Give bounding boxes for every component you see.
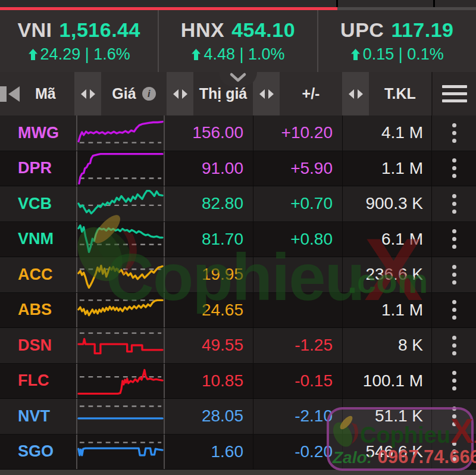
top-strip [0,0,476,7]
sparkline-chart [76,328,165,363]
column-header-gia[interactable]: Giá i [101,72,167,115]
row-menu-button[interactable] [431,115,476,151]
up-arrow-icon [28,48,38,61]
stock-table-body: MWG 156.00 +10.20 4.1 M DPR 91.00 +5.90 … [0,115,476,470]
row-menu-button[interactable] [431,186,476,221]
volume-value: 1.1 M [342,151,431,186]
kebab-icon [452,371,456,390]
column-header-ma[interactable]: Mã [0,72,74,115]
ticker-symbol: DSN [0,328,76,363]
chevron-down-icon [229,72,247,83]
hamburger-icon [442,85,467,102]
arrow-left-icon [349,89,354,99]
table-row[interactable]: ACC 19.95 236.6 K [0,257,476,293]
column-resize-handle[interactable] [74,72,101,115]
ticker-symbol: ACC [0,257,76,292]
table-row[interactable]: VNM 81.70 +0.80 6.1 M [0,222,476,258]
price-value: 19.95 [165,257,253,292]
sparkline-chart [76,435,165,470]
column-resize-handle[interactable] [167,72,193,115]
table-row[interactable]: SGO 1.60 -0.20 546.6 K [0,435,476,470]
ticker-symbol: NVT [0,399,76,434]
change-value: -1.25 [253,328,342,363]
table-row[interactable]: ABS 24.65 1.1 M [0,293,476,329]
change-value: -2.10 [253,399,342,434]
ticker-symbol: VNM [0,222,76,257]
table-row[interactable]: DSN 49.55 -1.25 8 K [0,328,476,364]
arrow-right-icon [268,89,274,99]
volume-value: 236.6 K [342,257,431,292]
row-menu-button[interactable] [431,293,476,328]
arrow-right-icon [358,89,363,99]
kebab-icon [452,229,456,249]
row-menu-button[interactable] [431,328,476,363]
kebab-icon [452,407,456,426]
price-value: 24.65 [165,293,253,328]
index-label: UPC [340,18,384,41]
volume-value: 8 K [342,328,431,363]
bottom-bar [0,470,476,475]
change-value: +10.20 [253,115,342,151]
kebab-icon [452,336,456,355]
volume-value: 51.1 K [342,399,431,434]
sparkline-chart [76,364,165,399]
index-hnx[interactable]: HNX454.10 4.48 | 1.0% [158,10,317,72]
table-row[interactable]: FLC 10.85 -0.15 100.1 M [0,364,476,399]
row-menu-button[interactable] [431,151,476,186]
row-menu-button[interactable] [431,435,476,470]
index-label: VNI [17,18,52,41]
table-row[interactable]: MWG 156.00 +10.20 4.1 M [0,115,476,151]
price-value: 82.80 [165,186,253,221]
table-menu-button[interactable] [431,72,476,115]
index-value: 454.10 [231,18,295,41]
sparkline-chart [76,186,165,221]
info-icon[interactable]: i [142,87,156,101]
progress-tick [433,0,435,7]
sparkline-chart [76,222,165,257]
ticker-symbol: FLC [0,364,76,399]
arrow-left-icon [259,89,265,99]
index-change-text: 0.15 | 0.1% [363,45,444,64]
change-value [253,257,342,292]
sparkline-chart [76,257,165,292]
table-row[interactable]: NVT 28.05 -2.10 51.1 K [0,399,476,435]
sparkline-chart [76,293,165,328]
column-header-tkl[interactable]: T.KL [369,72,431,115]
ticker-symbol: SGO [0,435,76,470]
column-resize-handle[interactable] [342,72,369,115]
progress-tick [336,0,338,7]
kebab-icon [452,442,456,461]
change-value: -0.20 [253,435,342,470]
row-menu-button[interactable] [431,399,476,434]
index-title: VNI1,516.44 [17,18,140,42]
row-menu-button[interactable] [431,257,476,292]
column-header-change[interactable]: +/- [280,72,342,115]
index-change-text: 4.48 | 1.0% [203,45,284,64]
row-menu-button[interactable] [431,222,476,257]
price-value: 156.00 [165,115,253,151]
change-value: +0.70 [253,186,342,221]
index-upc[interactable]: UPC117.19 0.15 | 0.1% [317,10,476,72]
table-row[interactable]: VCB 82.80 +0.70 900.3 K [0,186,476,222]
column-label: Thị giá [199,85,248,102]
ticker-symbol: MWG [0,115,76,151]
index-vni[interactable]: VNI1,516.44 24.29 | 1.6% [0,10,158,72]
change-value: +5.90 [253,151,342,186]
index-change: 4.48 | 1.0% [191,45,284,64]
sparkline-chart [76,115,165,151]
column-label: Giá [112,85,136,102]
volume-value: 1.1 M [342,293,431,328]
row-menu-button[interactable] [431,364,476,399]
price-value: 1.60 [165,435,253,470]
column-resize-handle[interactable] [253,72,280,115]
index-value: 117.19 [391,18,453,41]
sparkline-chart [76,151,165,186]
volume-value: 546.6 K [342,435,431,470]
price-value: 91.00 [165,151,253,186]
table-row[interactable]: DPR 91.00 +5.90 1.1 M [0,151,476,187]
column-label: Mã [35,85,56,102]
ticker-symbol: ABS [0,293,76,328]
index-change: 24.29 | 1.6% [28,45,130,64]
kebab-icon [452,300,456,320]
change-value: -0.15 [253,364,342,399]
